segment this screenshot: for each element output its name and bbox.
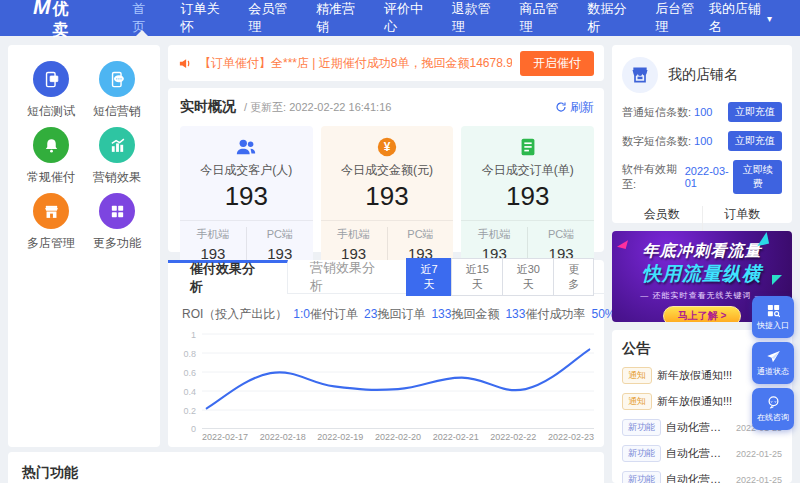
notice-text: 自动化营销功能上线 — [666, 472, 731, 483]
nav-label: 数据分析 — [587, 0, 627, 36]
stat-card-orders: 今日成交订单(单) 193 手机端193 PC端193 — [461, 126, 594, 270]
section-title: 实时概况 — [180, 98, 236, 116]
nav-item-products[interactable]: 商品管理 — [506, 0, 574, 36]
nav-label: 会员管理 — [248, 0, 288, 36]
section-title: 热门功能 — [22, 464, 78, 480]
tab-marketing-analysis[interactable]: 营销效果分析 — [288, 260, 407, 294]
notice-date: 2022-01-25 — [736, 449, 782, 459]
y-axis-labels: 1 0.8 0.6 0.4 0.2 0 — [174, 333, 200, 429]
announcement-text: 【订单催付】全***店 | 近期催付成功8单，挽回金额14678.94元，催付成… — [199, 55, 512, 72]
recharge-button[interactable]: 立即充值 — [728, 102, 782, 122]
sidebar-item-payment-reminder[interactable]: 常规催付 — [27, 127, 75, 191]
nav-item-reviews[interactable]: 评价中心 — [370, 0, 438, 36]
phone-chat-icon — [99, 61, 135, 97]
quick-entry-button[interactable]: 快捷入口 — [752, 296, 794, 338]
stat-value: 193 — [180, 181, 313, 212]
stat-card-amount: ¥ 今日成交金额(元) 193 手机端193 PC端193 — [321, 126, 454, 270]
renew-button[interactable]: 立即续费 — [733, 160, 782, 194]
pc-label: PC端 — [528, 227, 594, 242]
notice-text: 自动化营销功能上线 — [666, 420, 731, 435]
floater-label: 在线咨询 — [757, 412, 789, 423]
metric-success-rate: 催付成功率50% — [525, 306, 615, 323]
floater-label: 通道状态 — [757, 366, 789, 377]
nav-label: 商品管理 — [520, 0, 560, 36]
bell-icon — [33, 127, 69, 163]
digital-sms-balance-row: 数字短信条数:100 立即充值 — [622, 131, 782, 151]
notice-badge: 新功能 — [622, 445, 661, 462]
nav-item-members[interactable]: 会员管理 — [234, 0, 302, 36]
range-15d-button[interactable]: 近15天 — [451, 258, 503, 296]
nav-label: 精准营销 — [316, 0, 356, 36]
sidebar-item-sms-test[interactable]: 短信测试 — [27, 61, 75, 125]
nav-item-refunds[interactable]: 退款管理 — [438, 0, 506, 36]
yuan-coin-icon: ¥ — [321, 136, 454, 158]
announcement-bar: 【订单催付】全***店 | 近期催付成功8单，挽回金额14678.94元，催付成… — [168, 45, 604, 81]
chevron-down-icon: ▾ — [767, 13, 772, 24]
nav-item-analytics[interactable]: 数据分析 — [573, 0, 641, 36]
sms-balance-row: 普通短信条数:100 立即充值 — [622, 102, 782, 122]
notice-item[interactable]: 新功能 自动化营销功能上线 2022-01-25 — [622, 445, 782, 462]
stat-label: 今日成交金额(元) — [321, 162, 454, 179]
nav-item-home[interactable]: 首页 — [119, 0, 167, 36]
nav-item-admin[interactable]: 后台管理 — [641, 0, 709, 36]
grid-search-icon — [766, 303, 781, 318]
range-30d-button[interactable]: 近30天 — [502, 258, 554, 296]
nav-item-order-care[interactable]: 订单关怀 — [166, 0, 234, 36]
recharge-button[interactable]: 立即充值 — [728, 131, 782, 151]
banner-decor-triangle — [755, 232, 769, 246]
stat-label: 今日成交订单(单) — [461, 162, 594, 179]
floater-label: 快捷入口 — [757, 320, 789, 331]
notice-badge: 新功能 — [622, 471, 661, 483]
nav-label: 退款管理 — [452, 0, 492, 36]
quick-actions-panel: 短信测试 短信营销 常规催付 营销效果 多店管理 更多功能 — [8, 45, 160, 447]
refresh-label: 刷新 — [570, 99, 594, 116]
main-nav: 首页 订单关怀 会员管理 精准营销 评价中心 退款管理 商品管理 数据分析 后台… — [119, 0, 709, 36]
refresh-icon — [555, 101, 567, 113]
channel-status-button[interactable]: 通道状态 — [752, 342, 794, 384]
range-7d-button[interactable]: 近7天 — [406, 258, 452, 296]
hot-features-card: 热门功能 — [8, 452, 604, 483]
app-logo[interactable]: M 优卖 — [33, 0, 79, 41]
start-reminder-button[interactable]: 开启催付 — [520, 51, 594, 76]
account-menu[interactable]: 我的店铺名 ▾ — [709, 0, 772, 36]
sidebar-item-more-features[interactable]: 更多功能 — [93, 193, 141, 257]
banner-line2: 快用流量纵横 — [612, 261, 792, 287]
stat-label: 今日成交客户(人) — [180, 162, 313, 179]
metric-reminder-orders: 催付订单23 — [310, 306, 377, 323]
nav-item-marketing[interactable]: 精准营销 — [302, 0, 370, 36]
learn-more-button[interactable]: 马上了解 > — [663, 306, 742, 322]
notice-text: 新年放假通知!!! — [657, 394, 749, 409]
range-more-button[interactable]: 更多 — [553, 258, 594, 296]
sidebar-item-multi-store[interactable]: 多店管理 — [27, 193, 75, 257]
logo-text: 优卖 — [53, 0, 79, 41]
x-axis-labels: 2022-02-172022-02-182022-02-192022-02-20… — [202, 432, 594, 442]
stat-value: 193 — [461, 181, 594, 212]
chart-line-path — [207, 349, 590, 408]
tab-reminder-analysis[interactable]: 催付效果分析 — [168, 260, 288, 294]
stat-value: 193 — [321, 181, 454, 212]
notice-item[interactable]: 新功能 自动化营销功能上线 2022-01-25 — [622, 471, 782, 483]
notice-badge: 通知 — [622, 367, 652, 384]
stat-cards: 今日成交客户(人) 193 手机端193 PC端193 ¥ 今日成交金额(元) … — [180, 126, 594, 270]
nav-label: 评价中心 — [384, 0, 424, 36]
analysis-card: 催付效果分析 营销效果分析 近7天 近15天 近30天 更多 ROI（投入产出比… — [168, 260, 604, 447]
headset-icon — [766, 395, 781, 410]
online-support-button[interactable]: 在线咨询 — [752, 388, 794, 430]
nav-label: 后台管理 — [655, 0, 695, 36]
refresh-button[interactable]: 刷新 — [555, 99, 594, 116]
pc-label: PC端 — [388, 227, 454, 242]
license-expiry-row: 软件有效期至:2022-03-01 立即续费 — [622, 160, 782, 194]
grid-icon — [99, 193, 135, 229]
sidebar-item-label: 更多功能 — [93, 235, 141, 252]
phone-message-icon — [33, 61, 69, 97]
notice-text: 自动化营销功能上线 — [666, 446, 731, 461]
notice-badge: 新功能 — [622, 419, 661, 436]
stat-card-customers: 今日成交客户(人) 193 手机端193 PC端193 — [180, 126, 313, 270]
sidebar-item-sms-marketing[interactable]: 短信营销 — [93, 61, 141, 125]
notice-date: 2022-01-25 — [736, 475, 782, 483]
sidebar-item-marketing-effect[interactable]: 营销效果 — [93, 127, 141, 191]
metrics-row: ROI（投入产出比）1:0 催付订单23 挽回订单133 挽回金额133 催付成… — [168, 294, 604, 327]
top-navbar: M 优卖 首页 订单关怀 会员管理 精准营销 评价中心 退款管理 商品管理 数据… — [0, 0, 800, 36]
analysis-tabbar: 催付效果分析 营销效果分析 近7天 近15天 近30天 更多 — [168, 260, 604, 294]
active-tab-arrow-icon — [136, 30, 148, 36]
